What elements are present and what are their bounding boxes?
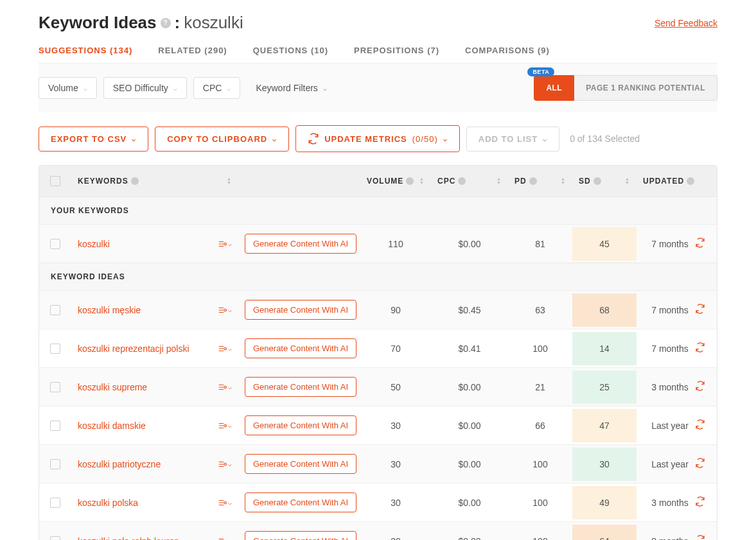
expand-icon[interactable]: ⌵ xyxy=(218,498,232,507)
volume-cell: 30 xyxy=(360,421,431,431)
row-checkbox[interactable] xyxy=(50,344,60,354)
col-pd[interactable]: PD ▲▼ xyxy=(508,177,572,186)
keyword-link[interactable]: koszulki męskie xyxy=(78,305,141,315)
update-metrics-button[interactable]: UPDATE METRICS (0/50) ⌵ xyxy=(295,125,460,152)
pd-cell: 63 xyxy=(508,305,572,315)
chevron-down-icon: ⌵ xyxy=(323,85,327,92)
action-bar: EXPORT TO CSV ⌵ COPY TO CLIPBOARD ⌵ UPDA… xyxy=(39,125,717,152)
tab-2[interactable]: QUESTIONS (10) xyxy=(253,46,328,55)
keyword-link[interactable]: koszulki polo ralph lauren xyxy=(78,536,179,541)
volume-cell: 70 xyxy=(360,344,431,354)
row-checkbox[interactable] xyxy=(50,382,60,392)
toggle-all-button[interactable]: ALL xyxy=(534,75,574,101)
col-cpc[interactable]: CPC ▲▼ xyxy=(431,177,508,186)
generate-ai-button[interactable]: Generate Content With AI xyxy=(245,338,356,358)
keyword-filters-dropdown[interactable]: Keyword Filters ⌵ xyxy=(247,78,335,98)
tab-1[interactable]: RELATED (290) xyxy=(158,46,227,55)
expand-icon[interactable]: ⌵ xyxy=(218,240,232,248)
cpc-dropdown[interactable]: CPC ⌵ xyxy=(193,77,241,99)
tab-3[interactable]: PREPOSITIONS (7) xyxy=(354,46,439,55)
sort-icon: ▲▼ xyxy=(561,177,566,185)
table-row: koszulki supreme ⌵ Generate Content With… xyxy=(39,367,717,406)
sd-cell: 47 xyxy=(572,409,637,442)
chevron-down-icon: ⌵ xyxy=(543,135,547,143)
help-icon[interactable]: ? xyxy=(161,18,171,28)
updated-text: 8 months xyxy=(651,536,689,541)
refresh-row-icon[interactable] xyxy=(695,496,705,509)
seo-difficulty-dropdown[interactable]: SEO Difficulty ⌵ xyxy=(103,77,187,99)
refresh-row-icon[interactable] xyxy=(695,238,705,250)
generate-ai-button[interactable]: Generate Content With AI xyxy=(245,454,356,474)
keyword-link[interactable]: koszulki patriotyczne xyxy=(78,459,161,469)
volume-dropdown[interactable]: Volume ⌵ xyxy=(39,77,97,99)
export-csv-button[interactable]: EXPORT TO CSV ⌵ xyxy=(39,126,148,152)
row-checkbox[interactable] xyxy=(50,421,60,431)
col-updated[interactable]: UPDATED xyxy=(637,177,717,186)
keyword-link[interactable]: koszulki polska xyxy=(78,498,138,508)
cpc-cell: $0.83 xyxy=(431,536,508,541)
col-sd[interactable]: SD ▲▼ xyxy=(572,177,637,186)
refresh-row-icon[interactable] xyxy=(695,458,705,471)
pd-cell: 21 xyxy=(508,382,572,392)
update-count: (0/50) xyxy=(412,134,438,144)
pd-cell: 100 xyxy=(508,459,572,469)
keyword-link[interactable]: koszulki xyxy=(78,239,110,249)
chevron-down-icon: ⌵ xyxy=(443,135,448,143)
select-all-checkbox[interactable] xyxy=(50,176,60,186)
svg-point-0 xyxy=(224,243,227,245)
svg-point-5 xyxy=(224,463,227,466)
col-keywords[interactable]: KEYWORDS ▲▼ xyxy=(71,177,238,186)
svg-point-1 xyxy=(224,309,227,311)
refresh-row-icon[interactable] xyxy=(695,381,705,394)
row-checkbox[interactable] xyxy=(50,459,60,469)
table-row: koszulki patriotyczne ⌵ Generate Content… xyxy=(39,444,717,483)
add-to-list-button[interactable]: ADD TO LIST ⌵ xyxy=(466,126,559,152)
chevron-down-icon: ⌵ xyxy=(227,85,231,92)
sd-cell: 25 xyxy=(572,370,637,404)
chevron-down-icon: ⌵ xyxy=(272,135,277,143)
expand-icon[interactable]: ⌵ xyxy=(218,306,232,315)
row-checkbox[interactable] xyxy=(50,536,60,541)
cpc-cell: $0.00 xyxy=(431,421,508,431)
tabs: SUGGESTIONS (134)RELATED (290)QUESTIONS … xyxy=(39,46,717,64)
generate-ai-button[interactable]: Generate Content With AI xyxy=(245,300,356,320)
refresh-row-icon[interactable] xyxy=(695,535,705,541)
copy-clipboard-button[interactable]: COPY TO CLIPBOARD ⌵ xyxy=(155,126,289,152)
send-feedback-link[interactable]: Send Feedback xyxy=(655,18,717,28)
updated-text: 3 months xyxy=(651,382,689,392)
volume-cell: 30 xyxy=(360,459,431,469)
refresh-row-icon[interactable] xyxy=(695,419,705,432)
toggle-potential-button[interactable]: PAGE 1 RANKING POTENTIAL xyxy=(574,75,717,101)
generate-ai-button[interactable]: Generate Content With AI xyxy=(245,377,356,397)
keyword-link[interactable]: koszulki reprezentacji polski xyxy=(78,344,189,354)
keyword-link[interactable]: koszulki supreme xyxy=(78,382,147,392)
table-row: koszulki polo ralph lauren ⌵ Generate Co… xyxy=(39,521,717,540)
tab-4[interactable]: COMPARISONS (9) xyxy=(465,46,550,55)
col-volume[interactable]: VOLUME ▲▼ xyxy=(360,177,431,186)
cpc-cell: $0.00 xyxy=(431,239,508,249)
expand-icon[interactable]: ⌵ xyxy=(218,460,232,469)
table-row: koszulki polska ⌵ Generate Content With … xyxy=(39,483,717,521)
expand-icon[interactable]: ⌵ xyxy=(218,421,232,430)
chevron-down-icon: ⌵ xyxy=(84,85,87,92)
generate-ai-button[interactable]: Generate Content With AI xyxy=(245,492,356,512)
generate-ai-button[interactable]: Generate Content With AI xyxy=(245,234,356,254)
generate-ai-button[interactable]: Generate Content With AI xyxy=(245,531,356,540)
copy-label: COPY TO CLIPBOARD xyxy=(167,134,267,144)
row-checkbox[interactable] xyxy=(50,239,60,249)
help-icon xyxy=(687,177,694,185)
keywords-table: KEYWORDS ▲▼ VOLUME ▲▼ CPC ▲▼ PD ▲▼ SD xyxy=(39,165,717,540)
selected-count: 0 of 134 Selected xyxy=(570,134,640,144)
sd-cell: 64 xyxy=(572,525,637,541)
refresh-row-icon[interactable] xyxy=(695,342,705,355)
expand-icon[interactable]: ⌵ xyxy=(218,383,232,392)
generate-ai-button[interactable]: Generate Content With AI xyxy=(245,415,356,435)
row-checkbox[interactable] xyxy=(50,305,60,315)
pd-cell: 100 xyxy=(508,536,572,541)
expand-icon[interactable]: ⌵ xyxy=(218,344,232,353)
refresh-row-icon[interactable] xyxy=(695,304,705,317)
row-checkbox[interactable] xyxy=(50,498,60,508)
expand-icon[interactable]: ⌵ xyxy=(218,537,232,541)
tab-0[interactable]: SUGGESTIONS (134) xyxy=(39,46,132,55)
keyword-link[interactable]: koszulki damskie xyxy=(78,421,146,431)
